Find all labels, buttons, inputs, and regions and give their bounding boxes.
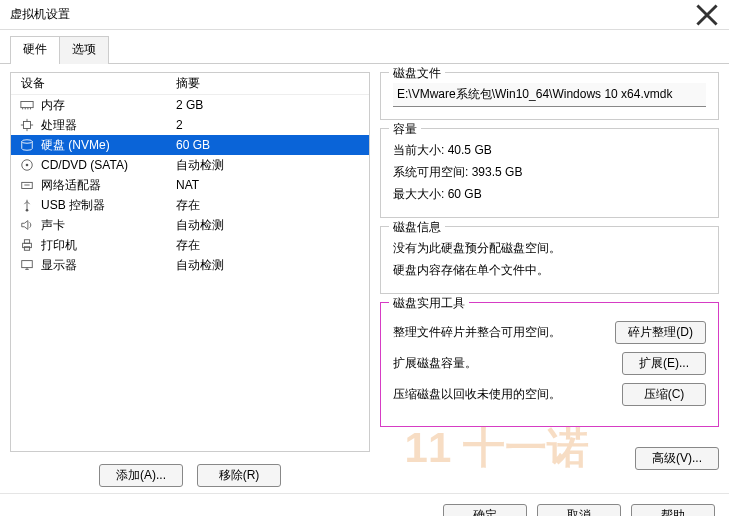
device-summary: 2: [176, 118, 369, 132]
device-summary: NAT: [176, 178, 369, 192]
device-summary: 存在: [176, 237, 369, 254]
advanced-button[interactable]: 高级(V)...: [635, 447, 719, 470]
disk-info-line2: 硬盘内容存储在单个文件中。: [393, 259, 706, 281]
svg-point-4: [26, 164, 29, 167]
device-row[interactable]: 打印机存在: [11, 235, 369, 255]
add-button[interactable]: 添加(A)...: [99, 464, 183, 487]
cd-icon: [19, 157, 35, 173]
cpu-icon: [19, 117, 35, 133]
free-space-label: 系统可用空间:: [393, 165, 468, 179]
tab-hardware[interactable]: 硬件: [10, 36, 60, 64]
device-row[interactable]: USB 控制器存在: [11, 195, 369, 215]
device-list: 设备 摘要 内存2 GB处理器2硬盘 (NVMe)60 GBCD/DVD (SA…: [10, 72, 370, 452]
printer-icon: [19, 237, 35, 253]
device-row[interactable]: 硬盘 (NVMe)60 GB: [11, 135, 369, 155]
cancel-button[interactable]: 取消: [537, 504, 621, 516]
tab-options[interactable]: 选项: [59, 36, 109, 64]
svg-point-6: [26, 209, 29, 212]
disk-icon: [19, 137, 35, 153]
disk-file-group: 磁盘文件 E:\VMware系统包\Win10_64\Windows 10 x6…: [380, 72, 719, 120]
device-name: 打印机: [41, 237, 77, 254]
disk-file-path[interactable]: E:\VMware系统包\Win10_64\Windows 10 x64.vmd…: [393, 83, 706, 107]
expand-desc: 扩展磁盘容量。: [393, 355, 477, 372]
device-summary: 自动检测: [176, 217, 369, 234]
window-title: 虚拟机设置: [10, 6, 70, 23]
net-icon: [19, 177, 35, 193]
disk-info-line1: 没有为此硬盘预分配磁盘空间。: [393, 237, 706, 259]
memory-icon: [19, 97, 35, 113]
header-device: 设备: [11, 75, 176, 92]
device-name: 硬盘 (NVMe): [41, 137, 110, 154]
usb-icon: [19, 197, 35, 213]
ok-button[interactable]: 确定: [443, 504, 527, 516]
device-summary: 自动检测: [176, 157, 369, 174]
remove-button[interactable]: 移除(R): [197, 464, 281, 487]
device-row[interactable]: 声卡自动检测: [11, 215, 369, 235]
device-row[interactable]: 处理器2: [11, 115, 369, 135]
disk-file-group-title: 磁盘文件: [389, 65, 445, 82]
device-summary: 60 GB: [176, 138, 369, 152]
device-name: 网络适配器: [41, 177, 101, 194]
display-icon: [19, 257, 35, 273]
defrag-button[interactable]: 碎片整理(D): [615, 321, 706, 344]
device-name: USB 控制器: [41, 197, 105, 214]
expand-button[interactable]: 扩展(E)...: [622, 352, 706, 375]
device-row[interactable]: 网络适配器NAT: [11, 175, 369, 195]
free-space-value: 393.5 GB: [472, 165, 523, 179]
capacity-group-title: 容量: [389, 121, 421, 138]
device-name: CD/DVD (SATA): [41, 158, 128, 172]
capacity-group: 容量 当前大小: 40.5 GB 系统可用空间: 393.5 GB 最大大小: …: [380, 128, 719, 218]
disk-info-group-title: 磁盘信息: [389, 219, 445, 236]
disk-info-group: 磁盘信息 没有为此硬盘预分配磁盘空间。 硬盘内容存储在单个文件中。: [380, 226, 719, 294]
device-name: 内存: [41, 97, 65, 114]
max-size-value: 60 GB: [448, 187, 482, 201]
device-summary: 自动检测: [176, 257, 369, 274]
svg-rect-1: [24, 122, 31, 129]
header-summary: 摘要: [176, 75, 369, 92]
sound-icon: [19, 217, 35, 233]
device-row[interactable]: 内存2 GB: [11, 95, 369, 115]
help-button[interactable]: 帮助: [631, 504, 715, 516]
device-row[interactable]: CD/DVD (SATA)自动检测: [11, 155, 369, 175]
svg-rect-0: [21, 102, 33, 108]
current-size-label: 当前大小:: [393, 143, 444, 157]
device-name: 声卡: [41, 217, 65, 234]
device-row[interactable]: 显示器自动检测: [11, 255, 369, 275]
disk-tools-group-title: 磁盘实用工具: [389, 295, 469, 312]
disk-tools-group: 磁盘实用工具 整理文件碎片并整合可用空间。 碎片整理(D) 扩展磁盘容量。 扩展…: [380, 302, 719, 427]
device-name: 处理器: [41, 117, 77, 134]
max-size-label: 最大大小:: [393, 187, 444, 201]
device-summary: 2 GB: [176, 98, 369, 112]
close-button[interactable]: [695, 3, 719, 27]
current-size-value: 40.5 GB: [448, 143, 492, 157]
svg-rect-8: [24, 240, 29, 244]
defrag-desc: 整理文件碎片并整合可用空间。: [393, 324, 561, 341]
device-summary: 存在: [176, 197, 369, 214]
compact-button[interactable]: 压缩(C): [622, 383, 706, 406]
compact-desc: 压缩磁盘以回收未使用的空间。: [393, 386, 561, 403]
device-name: 显示器: [41, 257, 77, 274]
svg-point-2: [22, 140, 33, 144]
svg-rect-10: [22, 261, 33, 268]
